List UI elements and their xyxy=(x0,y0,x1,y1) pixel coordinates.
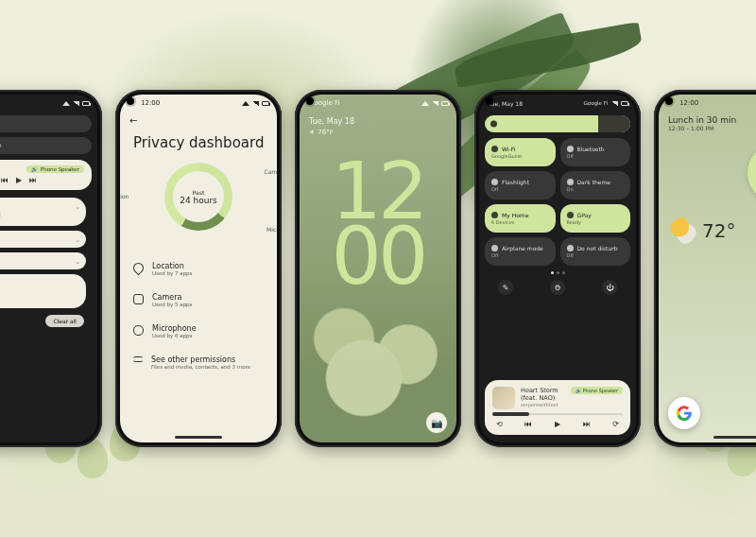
usage-ring-chart: Past24 hours xyxy=(164,163,232,231)
media-next-icon[interactable]: ⏭ xyxy=(583,420,591,428)
status-date: Tue, May 18 xyxy=(489,100,523,107)
gesture-nav-bar[interactable] xyxy=(713,436,756,439)
phone-notification-shade: Bluetooth Dark theme 🔊 Phone Speaker m ⏮… xyxy=(0,90,102,447)
flashlight-icon xyxy=(491,179,498,185)
back-icon[interactable]: ← xyxy=(129,115,137,126)
status-bar: Google Fi xyxy=(300,95,456,112)
status-bar: 12:00 xyxy=(659,95,756,112)
battery-icon xyxy=(82,101,90,106)
media-prev-icon[interactable]: ⏮ xyxy=(1,176,9,184)
media-progress-bar[interactable] xyxy=(492,413,623,415)
media-play-icon[interactable]: ▶ xyxy=(555,420,560,428)
qs-tile-gpay[interactable]: GPayReady xyxy=(560,204,631,233)
camera-cutout xyxy=(306,97,314,105)
lockscreen-weather[interactable]: ☀ 76°F xyxy=(309,129,334,136)
output-chip[interactable]: 🔊 Phone Speaker xyxy=(26,165,84,173)
camera-shortcut-button[interactable]: 📷 xyxy=(426,412,447,433)
at-a-glance-widget[interactable]: Lunch in 30 min 12:30 – 1:00 PM xyxy=(668,115,736,131)
notification-card[interactable]: ⌄ you soon. :) xyxy=(0,252,86,269)
qs-tile-flashlight[interactable]: FlashlightOff xyxy=(485,171,556,199)
status-time: 12:00 xyxy=(679,99,698,107)
qs-tile-dark-theme[interactable]: Dark theme xyxy=(0,137,92,154)
output-chip[interactable]: 🔊 Phone Speaker xyxy=(571,387,623,394)
ring-center-label: 24 hours xyxy=(180,196,217,205)
album-art xyxy=(492,387,515,409)
signal-icon xyxy=(432,101,438,106)
notification-text: you get here! xyxy=(0,212,78,219)
chevron-down-icon[interactable]: ⌄ xyxy=(75,203,80,211)
qs-tile-bluetooth[interactable]: BluetoothOff xyxy=(560,138,631,166)
camera-icon xyxy=(133,294,144,304)
clear-all-button[interactable]: Clear all xyxy=(45,315,84,327)
phone-lockscreen: Google Fi Tue, May 18 ☀ 76°F 12 00 📷 xyxy=(295,90,461,447)
home-icon xyxy=(491,212,498,218)
media-seek-fwd-icon[interactable]: ⟳ xyxy=(612,420,619,428)
weather-widget[interactable]: 72° xyxy=(670,217,735,244)
lockscreen-date: Tue, May 18 xyxy=(309,117,354,126)
qs-tile-label: Dark theme xyxy=(0,142,2,149)
status-bar: 12:00 xyxy=(120,95,277,112)
weather-temp: 72° xyxy=(702,219,735,242)
chevron-down-icon[interactable]: ⌄ xyxy=(75,258,80,266)
permission-row-other[interactable]: See other permissionsFiles and media, co… xyxy=(131,347,266,378)
permission-row-camera[interactable]: CameraUsed by 5 apps xyxy=(131,285,266,316)
edit-tiles-button[interactable]: ✎ xyxy=(498,280,513,295)
qs-tile-wifi[interactable]: Wi-FiGoogleGuest xyxy=(485,138,556,166)
gesture-nav-bar[interactable] xyxy=(175,436,222,439)
ring-label-location: Location xyxy=(120,193,129,199)
battery-icon xyxy=(441,101,449,106)
chevron-down-icon[interactable]: ⌄ xyxy=(75,236,80,244)
wifi-icon xyxy=(421,101,429,106)
phone-quick-settings: Tue, May 18 Google Fi Wi-FiGoogleGuest B… xyxy=(474,90,641,447)
ring-label-camera: Camera xyxy=(264,168,277,175)
qs-tile-home[interactable]: My Home6 Devices xyxy=(485,204,556,233)
media-play-icon[interactable]: ▶ xyxy=(16,176,22,184)
media-prev-icon[interactable]: ⏮ xyxy=(524,420,532,428)
microphone-icon xyxy=(133,325,144,336)
media-seek-back-icon[interactable]: ⟲ xyxy=(496,420,503,428)
battery-icon xyxy=(262,101,269,106)
wifi-icon xyxy=(242,101,249,106)
wifi-icon xyxy=(62,101,70,106)
dnd-icon xyxy=(567,245,574,251)
permission-list: LocationUsed by 7 apps CameraUsed by 5 a… xyxy=(131,253,266,378)
analog-clock-widget[interactable] xyxy=(747,144,756,202)
notification-card[interactable]: · 5m xyxy=(0,274,86,308)
dark-theme-icon xyxy=(567,179,574,185)
permission-row-location[interactable]: LocationUsed by 7 apps xyxy=(131,253,266,285)
phone-privacy-dashboard: 12:00 ← Privacy dashboard Past24 hours C… xyxy=(115,90,282,447)
status-time: 12:00 xyxy=(141,99,160,107)
camera-cutout xyxy=(486,97,493,105)
wifi-icon xyxy=(491,146,498,152)
brightness-slider[interactable] xyxy=(485,115,630,132)
camera-cutout xyxy=(127,97,134,105)
google-search-button[interactable] xyxy=(668,397,700,429)
settings-button[interactable]: ⚙ xyxy=(550,280,565,295)
phone-home-screen: 12:00 Lunch in 30 min 12:30 – 1:00 PM 72… xyxy=(654,90,756,447)
battery-icon xyxy=(621,101,628,106)
notification-card[interactable]: ⌄ trip? xyxy=(0,231,86,248)
signal-icon xyxy=(73,101,79,106)
media-player-card[interactable]: 🔊 Phone Speaker Heart Storm (feat. NAO) … xyxy=(485,380,630,435)
ring-label-microphone: Microphone xyxy=(266,226,277,233)
airplane-icon xyxy=(491,245,498,251)
gpay-icon xyxy=(567,212,574,218)
permission-row-microphone[interactable]: MicrophoneUsed by 6 apps xyxy=(131,316,266,347)
media-next-icon[interactable]: ⏭ xyxy=(29,176,37,184)
qs-tile-airplane[interactable]: Airplane modeOff xyxy=(485,237,556,266)
power-button[interactable]: ⏻ xyxy=(602,280,617,295)
notification-card[interactable]: 2 ⌄ you get here! xyxy=(0,198,86,226)
chevron-down-icon xyxy=(133,356,143,362)
status-bar: Tue, May 18 Google Fi xyxy=(479,95,636,112)
bluetooth-icon xyxy=(567,146,574,152)
qs-tile-bluetooth[interactable]: Bluetooth xyxy=(0,115,92,132)
signal-icon xyxy=(611,101,618,106)
qs-tile-grid: Wi-FiGoogleGuest BluetoothOff Flashlight… xyxy=(485,138,630,266)
qs-tile-dark-theme[interactable]: Dark themeOn xyxy=(560,171,631,199)
qs-tile-dnd[interactable]: Do not disturbOff xyxy=(560,237,631,266)
weather-icon xyxy=(670,217,696,244)
camera-cutout xyxy=(665,97,673,105)
status-bar xyxy=(0,95,97,112)
page-title: Privacy dashboard xyxy=(133,134,264,151)
media-player-card[interactable]: 🔊 Phone Speaker m ⏮ ▶ ⏭ xyxy=(0,160,92,190)
